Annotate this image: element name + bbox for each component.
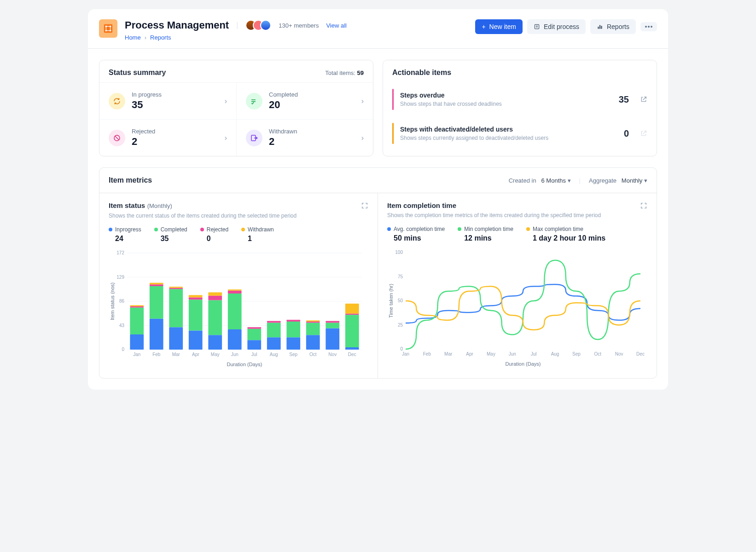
chevron-right-icon: › [361, 97, 364, 105]
svg-text:Aug: Aug [551, 351, 559, 356]
exit-icon [246, 130, 262, 146]
actionable-item-count: 35 [619, 94, 629, 105]
legend-value: 50 mins [394, 234, 445, 242]
svg-text:100: 100 [395, 250, 403, 255]
legend-label: Inprogress [115, 226, 141, 233]
status-cell-withdrawn[interactable]: Withdrawn 2 › [236, 119, 373, 156]
reports-button[interactable]: Reports [590, 19, 636, 34]
svg-rect-54 [247, 340, 261, 350]
svg-rect-39 [189, 330, 203, 350]
status-summary-card: Status summary Total items: 59 In progre… [99, 60, 373, 156]
svg-rect-24 [130, 334, 144, 350]
svg-rect-6 [598, 27, 599, 29]
svg-rect-8 [601, 26, 602, 29]
chevron-right-icon: › [361, 134, 364, 142]
bar-chart-icon [597, 23, 603, 30]
svg-rect-30 [150, 286, 163, 319]
item-status-chart: 04386129172JanFebMarAprMayJunJulAugSepOc… [109, 248, 368, 370]
svg-text:Mar: Mar [444, 351, 453, 356]
legend-dot [458, 227, 461, 231]
actionable-item-title: Steps with deactivated/deleted users [400, 126, 548, 133]
svg-point-10 [648, 26, 650, 28]
legend-value: 0 [207, 235, 228, 243]
refresh-icon [109, 93, 125, 109]
item-metrics-card: Item metrics Created in 6 Months ▾ | Agg… [99, 167, 657, 379]
title-block: Process Management | 130+ members View a… [125, 19, 347, 41]
svg-text:Duration (Days): Duration (Days) [227, 362, 262, 367]
status-summary-title: Status summary [109, 69, 166, 77]
accent-bar [392, 123, 394, 144]
breadcrumb-home[interactable]: Home [125, 34, 141, 41]
svg-rect-75 [326, 322, 339, 328]
status-label: In progress [132, 91, 162, 98]
svg-text:43: 43 [119, 323, 125, 328]
legend-dot [387, 227, 391, 231]
legend-value: 12 mins [464, 234, 513, 242]
svg-rect-32 [150, 283, 163, 285]
legend-item: Max completion time 1 day 2 hour 10 mins [526, 226, 605, 242]
actionable-item[interactable]: Steps overdue Shows steps that have cros… [383, 82, 657, 116]
created-in-control[interactable]: Created in 6 Months ▾ [509, 177, 571, 184]
svg-text:Mar: Mar [172, 352, 180, 357]
svg-rect-40 [189, 299, 203, 330]
svg-text:May: May [211, 352, 220, 357]
svg-rect-72 [306, 321, 320, 322]
svg-text:Oct: Oct [594, 351, 601, 356]
svg-rect-31 [150, 284, 163, 286]
svg-rect-46 [208, 296, 222, 300]
svg-text:Oct: Oct [309, 352, 317, 357]
breadcrumb-current[interactable]: Reports [150, 34, 171, 41]
actionable-item[interactable]: Steps with deactivated/deleted users Sho… [383, 116, 657, 150]
status-label: Withdrawn [269, 128, 297, 135]
expand-icon[interactable] [640, 202, 647, 209]
svg-text:Sep: Sep [572, 351, 581, 356]
status-cell-in progress[interactable]: In progress 35 › [99, 82, 236, 119]
aggregate-control[interactable]: Aggregate Monthly ▾ [589, 177, 647, 184]
svg-point-9 [645, 26, 647, 28]
caret-down-icon: ▾ [644, 177, 647, 184]
total-items: Total items: 59 [325, 69, 364, 76]
more-button[interactable] [640, 22, 657, 31]
edit-icon [534, 23, 540, 30]
svg-text:Duration (Days): Duration (Days) [505, 361, 541, 367]
view-all-link[interactable]: View all [326, 22, 347, 29]
status-cell-rejected[interactable]: Rejected 2 › [99, 119, 236, 156]
svg-text:Jun: Jun [231, 352, 238, 357]
completion-title: Item completion time [387, 201, 456, 209]
app-logo-icon [99, 19, 117, 38]
status-value: 2 [269, 136, 297, 148]
svg-rect-49 [228, 329, 242, 350]
new-item-button[interactable]: + New item [475, 19, 523, 34]
svg-rect-69 [306, 335, 320, 350]
member-avatars[interactable] [245, 20, 271, 31]
svg-text:Nov: Nov [328, 352, 337, 357]
svg-point-11 [651, 26, 652, 28]
top-row: Status summary Total items: 59 In progre… [88, 49, 668, 167]
svg-rect-41 [189, 297, 203, 299]
svg-text:172: 172 [116, 250, 124, 255]
expand-icon[interactable] [361, 202, 368, 209]
svg-rect-27 [130, 305, 144, 306]
item-status-desc: Shows the current status of the items cr… [109, 213, 368, 219]
legend-item: Withdrawn 1 [241, 226, 274, 243]
svg-rect-65 [286, 322, 300, 337]
svg-rect-66 [286, 320, 300, 322]
svg-text:May: May [487, 351, 495, 356]
status-value: 20 [269, 99, 298, 111]
svg-rect-34 [169, 327, 183, 350]
page-header: Process Management | 130+ members View a… [88, 9, 668, 49]
external-link-icon[interactable] [640, 96, 647, 103]
edit-process-button[interactable]: Edit process [527, 19, 586, 34]
svg-text:Jul: Jul [531, 351, 537, 356]
svg-rect-35 [169, 289, 183, 327]
svg-rect-44 [208, 335, 222, 350]
dots-icon [645, 26, 652, 28]
svg-rect-59 [267, 337, 281, 350]
legend-item: Inprogress 24 [109, 226, 141, 243]
actionable-item-title: Steps overdue [400, 92, 502, 99]
svg-text:129: 129 [116, 275, 124, 280]
legend-item: Avg. completion time 50 mins [387, 226, 445, 242]
completion-legend: Avg. completion time 50 mins Min complet… [387, 226, 647, 242]
svg-rect-45 [208, 300, 222, 335]
status-cell-completed[interactable]: Completed 20 › [236, 82, 373, 119]
